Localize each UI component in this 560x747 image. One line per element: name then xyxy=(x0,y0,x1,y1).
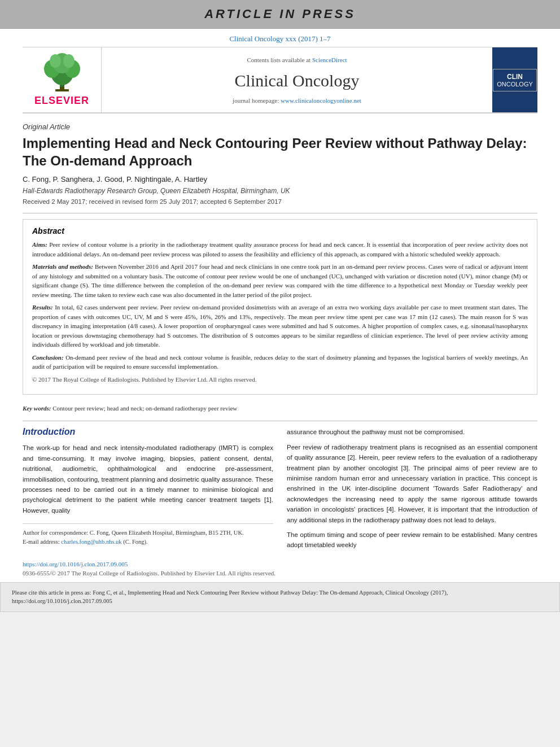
article-banner: ARTICLE IN PRESS xyxy=(0,0,560,29)
mm-label: Materials and methods: xyxy=(32,263,93,270)
journal-sidebar-image: CLIN ONCOLOGY xyxy=(492,47,537,112)
journal-homepage: journal homepage: www.clinicaloncologyon… xyxy=(233,97,361,104)
right-para2: Peer review of radiotherapy treatment pl… xyxy=(287,442,537,525)
homepage-link[interactable]: www.clinicaloncologyonline.net xyxy=(281,97,361,104)
authors: C. Fong, P. Sanghera, J. Good, P. Nighti… xyxy=(23,175,537,184)
left-column: Introduction The work-up for head and ne… xyxy=(23,427,273,554)
introduction-heading: Introduction xyxy=(23,427,273,437)
results-text: In total, 62 cases underwent peer review… xyxy=(32,304,528,348)
homepage-pre: journal homepage: xyxy=(233,97,281,104)
journal-header: ELSEVIER Contents lists available at Sci… xyxy=(23,47,537,113)
journal-info-text: Clinical Oncology xxx (2017) 1–7 xyxy=(229,34,330,43)
right-para3: The optimum timing and scope of peer rev… xyxy=(287,530,537,551)
footnote-author-text: C. Fong, Queen Elizabeth Hospital, Birmi… xyxy=(90,530,244,536)
issn-line: 0936-6555/© 2017 The Royal College of Ra… xyxy=(23,570,537,576)
intro-para1-text: The work-up for head and neck intensity-… xyxy=(23,444,273,513)
abstract-section: Abstract Aims: Peer review of contour vo… xyxy=(23,219,537,395)
results-label: Results: xyxy=(32,304,53,311)
sciencedirect-pre: Contents lists available at xyxy=(247,56,312,63)
abstract-text: Aims: Peer review of contour volume is a… xyxy=(32,240,528,384)
citation-bar: Please cite this article in press as: Fo… xyxy=(0,582,560,613)
aims-label: Aims: xyxy=(32,241,47,248)
keywords-values: Contour peer review; head and neck; on-d… xyxy=(53,405,237,412)
intro-body: The work-up for head and neck intensity-… xyxy=(23,443,273,516)
footnote-author: Author for correspondence: C. Fong, Quee… xyxy=(23,528,273,538)
right-body: assurance throughout the pathway must no… xyxy=(287,427,537,550)
article-title: Implementing Head and Neck Contouring Pe… xyxy=(23,134,537,169)
sidebar-clin-text: CLIN xyxy=(497,73,533,81)
divider-2 xyxy=(23,421,537,421)
elsevier-logo: ELSEVIER xyxy=(23,47,102,112)
article-type-label: Original Article xyxy=(23,123,537,131)
footnote-email-link[interactable]: charles.fong@uhb.nhs.uk xyxy=(61,539,121,545)
keywords-section: Key words: Contour peer review; head and… xyxy=(23,403,537,413)
abstract-results: Results: In total, 62 cases underwent pe… xyxy=(32,303,528,350)
divider-1 xyxy=(23,213,537,213)
svg-point-5 xyxy=(50,54,61,68)
received-info: Received 2 May 2017; received in revised… xyxy=(23,198,537,205)
conclusion-label: Conclusion: xyxy=(32,354,64,361)
doi-link[interactable]: https://doi.org/10.1016/j.clon.2017.09.0… xyxy=(23,561,128,567)
footnote-email: E-mail address: charles.fong@uhb.nhs.uk … xyxy=(23,538,273,547)
abstract-aims: Aims: Peer review of contour volume is a… xyxy=(32,240,528,259)
abstract-conclusion: Conclusion: On-demand peer review of the… xyxy=(32,353,528,372)
keywords-text: Key words: Contour peer review; head and… xyxy=(23,405,237,412)
journal-center: Contents lists available at ScienceDirec… xyxy=(102,47,492,112)
conclusion-text: On-demand peer review of the head and ne… xyxy=(32,354,528,370)
doi-line[interactable]: https://doi.org/10.1016/j.clon.2017.09.0… xyxy=(23,561,537,567)
abstract-copyright: © 2017 The Royal College of Radiologists… xyxy=(32,375,528,385)
two-column-section: Introduction The work-up for head and ne… xyxy=(23,427,537,554)
sidebar-journal-box: CLIN ONCOLOGY xyxy=(493,69,537,91)
page-footer: https://doi.org/10.1016/j.clon.2017.09.0… xyxy=(0,561,560,576)
abstract-title: Abstract xyxy=(32,226,528,235)
sciencedirect-link[interactable]: ScienceDirect xyxy=(312,56,347,63)
footnote-email-label: E-mail address: xyxy=(23,539,60,545)
footnote-email-suffix: (C. Fong). xyxy=(123,539,147,545)
svg-point-6 xyxy=(63,54,75,68)
abstract-methods: Materials and methods: Between November … xyxy=(32,262,528,299)
mm-text: Between November 2016 and April 2017 fou… xyxy=(32,263,528,298)
elsevier-text: ELSEVIER xyxy=(34,95,89,107)
right-column: assurance throughout the pathway must no… xyxy=(287,427,537,554)
journal-title-main: Clinical Oncology xyxy=(235,71,360,90)
aims-text: Peer review of contour volume is a prior… xyxy=(32,241,528,257)
journal-info-line: Clinical Oncology xxx (2017) 1–7 xyxy=(0,29,560,47)
elsevier-tree-icon xyxy=(40,53,85,93)
right-para1: assurance throughout the pathway must no… xyxy=(287,427,537,437)
keywords-label: Key words: xyxy=(23,405,51,412)
intro-para1: The work-up for head and neck intensity-… xyxy=(23,443,273,516)
affiliation: Hall-Edwards Radiotherapy Research Group… xyxy=(23,187,537,195)
sciencedirect-line: Contents lists available at ScienceDirec… xyxy=(247,56,347,63)
sidebar-onco-text: ONCOLOGY xyxy=(497,81,533,88)
article-banner-text: ARTICLE IN PRESS xyxy=(204,7,356,21)
footnote-author-label: Author for correspondence: xyxy=(23,530,88,536)
citation-bar-text: Please cite this article in press as: Fo… xyxy=(12,588,548,606)
footnote-section: Author for correspondence: C. Fong, Quee… xyxy=(23,523,273,547)
main-content: Original Article Implementing Head and N… xyxy=(0,113,560,561)
svg-rect-8 xyxy=(55,89,69,91)
